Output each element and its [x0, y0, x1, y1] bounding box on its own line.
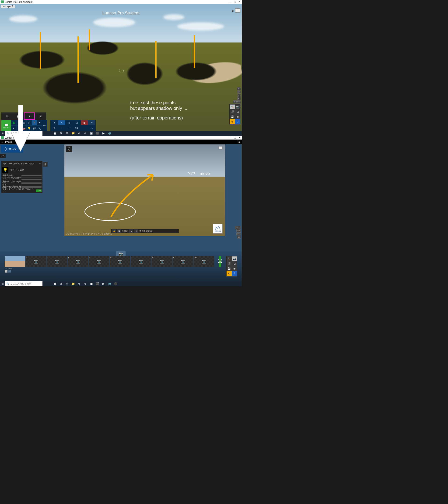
task-icon[interactable]: ▣	[88, 281, 94, 286]
thumb-4[interactable]: 4📷	[68, 256, 88, 267]
photo-preview[interactable]: FX🔨 ??? move LUMION 🔒 ▣ 7.30m ▴ ▾ 焦点距離 (…	[64, 144, 225, 236]
thumb-10[interactable]: 10📷	[194, 256, 214, 267]
thumb-7[interactable]: 7📷	[131, 256, 151, 267]
lib-fx[interactable]: 🔧	[37, 126, 42, 131]
task-icon[interactable]: e	[76, 281, 82, 286]
layer-indicator[interactable]: Layer 1	[1, 5, 15, 8]
settings-button[interactable]: ⚙	[230, 119, 235, 124]
undo-tool[interactable]: ↶	[88, 120, 95, 125]
effect-header[interactable]: グローバルイルミネーション≡	[1, 161, 42, 166]
place-tool[interactable]: ⬇	[51, 120, 58, 125]
save-button[interactable]: 💾	[230, 114, 235, 119]
task-icon[interactable]: e	[76, 131, 82, 136]
panorama-mode[interactable]: ⊟	[232, 261, 237, 266]
minimize-button[interactable]: —	[228, 136, 233, 140]
lib-building[interactable]: ⌂	[16, 120, 21, 126]
task-icon[interactable]: 📁	[70, 131, 76, 136]
menu-icon[interactable]: ≡	[238, 140, 240, 144]
search-box[interactable]: ここに入	[5, 131, 42, 136]
value-input[interactable]: 0.1	[73, 126, 80, 130]
thumb-3[interactable]: 3📷	[47, 256, 67, 267]
task-icon[interactable]: ▶	[100, 131, 107, 136]
task-icon[interactable]: 🛍	[58, 281, 64, 286]
import-button[interactable]: IMPORT	[1, 120, 11, 131]
color-swatch[interactable]	[235, 8, 240, 13]
save-button[interactable]: 💾	[227, 266, 232, 271]
toggle-gi-preview[interactable]: スポットライト GIと影のプレビューON	[1, 189, 42, 193]
files-button[interactable]: ◉	[235, 114, 240, 119]
select-tool[interactable]: ↖	[58, 120, 65, 125]
start-button[interactable]: ⊞	[0, 281, 5, 286]
lib-fence[interactable]: ♯	[16, 126, 21, 131]
movie-mode[interactable]: 🎬	[227, 261, 232, 266]
lib-light[interactable]: 💡	[27, 126, 32, 131]
cam-icon[interactable]: ▣	[117, 229, 121, 233]
lib-people[interactable]: 🚶	[32, 120, 37, 126]
task-icon[interactable]: ✉	[64, 281, 70, 286]
search-box[interactable]: ここに入力して検索	[5, 281, 42, 286]
width-tool[interactable]: ↔	[66, 126, 73, 130]
task-icon[interactable]: 🎬	[94, 131, 100, 136]
lib-tools[interactable]: ✖	[37, 120, 42, 126]
lib-sound[interactable]: 🔊	[32, 126, 37, 131]
thumb-1[interactable]: 1	[5, 256, 25, 267]
library-all-button[interactable]: ALL	[42, 120, 47, 131]
task-icon[interactable]: ✉	[64, 131, 70, 136]
scale-tool[interactable]: ◱	[73, 120, 80, 125]
expand-tool[interactable]: ⛶	[88, 126, 95, 130]
lib-vehicle[interactable]: ▤	[21, 120, 27, 126]
task-icon[interactable]: 🛍	[58, 131, 64, 136]
lib-transport[interactable]: 🚗	[21, 126, 27, 131]
task-icon[interactable]: 🎬	[94, 281, 100, 286]
task-icon[interactable]: ▣	[52, 131, 58, 136]
help-button[interactable]: ?	[235, 119, 240, 124]
light-select-row[interactable]: 💡 ライトを選択	[1, 166, 42, 174]
thumb-6[interactable]: 6📷	[110, 256, 130, 267]
task-icon[interactable]: ▣	[52, 281, 58, 286]
files-button[interactable]: ◉	[232, 266, 237, 271]
maximize-button[interactable]: ▢	[233, 0, 237, 4]
rotate-tool[interactable]: ◎	[66, 120, 73, 125]
task-icon[interactable]: e	[82, 281, 88, 286]
cam-lock-icon[interactable]: 🔒	[112, 229, 116, 233]
photo-mode[interactable]: 📷	[232, 256, 237, 261]
thumb-8[interactable]: 8📷	[152, 256, 172, 267]
down-button[interactable]: ▾	[134, 229, 138, 233]
lib-outdoor[interactable]: ▲	[11, 126, 16, 131]
materials-tab[interactable]: ◐	[13, 112, 24, 120]
movie-mode[interactable]: 🎬	[230, 109, 235, 114]
settings-button[interactable]: ⚙	[227, 271, 232, 276]
maximize-button[interactable]: ▢	[233, 136, 237, 140]
height-tool[interactable]: ↕	[58, 126, 65, 130]
landscape-tab[interactable]: ▲	[24, 112, 35, 120]
page-2[interactable]: 2	[8, 270, 11, 272]
task-icon[interactable]: e	[82, 131, 88, 136]
fx-tab[interactable]: FX	[0, 154, 6, 158]
task-icon[interactable]: ⚫	[112, 281, 119, 286]
delete-effect-button[interactable]: 🗑	[43, 162, 48, 167]
task-icon[interactable]: 🦏	[107, 131, 112, 136]
page-1[interactable]: 1	[5, 270, 7, 272]
swatch[interactable]	[218, 146, 223, 150]
thumb-5[interactable]: 5📷	[89, 256, 109, 267]
camera-settings-bar[interactable]: 🔒 ▣ 7.30m ▴ ▾ 焦点距離 (mm)	[111, 229, 179, 233]
weather-tab[interactable]: ☀	[35, 112, 46, 120]
minimize-button[interactable]: —	[228, 0, 233, 4]
build-mode[interactable]: 🔨	[230, 105, 235, 109]
render-button[interactable]: 🖼	[219, 256, 221, 267]
lib-nature[interactable]: 🌲	[11, 120, 16, 126]
panorama-mode[interactable]: ⊟	[235, 109, 240, 114]
close-button[interactable]: ✕	[237, 136, 242, 140]
import-tab[interactable]: ⬇	[1, 112, 13, 120]
fx-badge[interactable]: FX🔨	[66, 146, 72, 152]
slider-sun-spot[interactable]: 太陽のスポットを弱める	[1, 181, 42, 185]
task-icon[interactable]: 🦏	[107, 281, 112, 286]
lib-indoor[interactable]: ◫	[27, 120, 32, 126]
task-icon[interactable]: ▣	[88, 131, 94, 136]
help-button[interactable]: ?	[232, 271, 237, 276]
thumb-9[interactable]: 9📷	[173, 256, 193, 267]
task-icon[interactable]: 📁	[70, 281, 76, 286]
start-button[interactable]: ⊞	[0, 131, 5, 136]
viewport-main[interactable]: Lumion Pro Student Layer 1 ▣ tree exist …	[0, 4, 242, 131]
move-tool[interactable]: ✥	[51, 126, 58, 130]
